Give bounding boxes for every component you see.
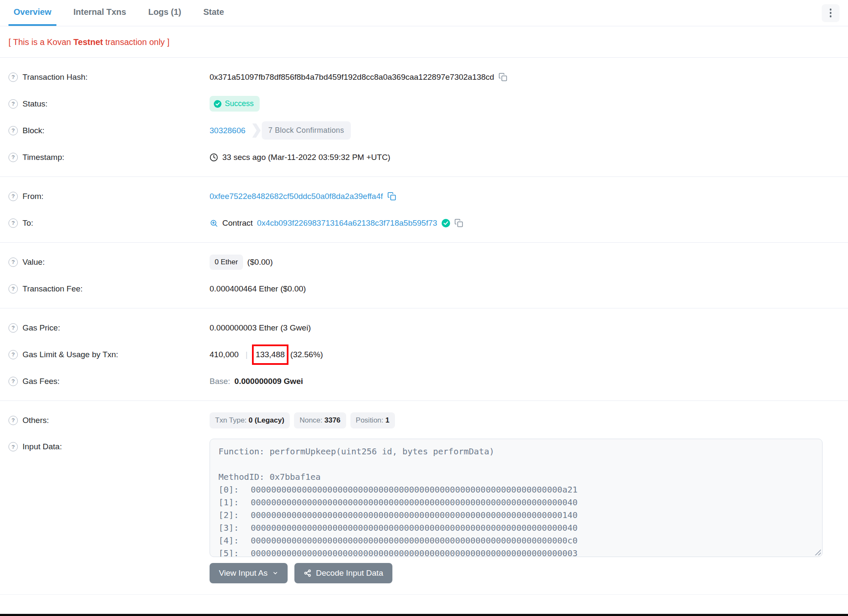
word-hex: 0000000000000000000000000000000000000000… [251,509,578,521]
status-badge: Success [210,96,260,112]
word-hex: 0000000000000000000000000000000000000000… [251,534,578,547]
kebab-menu-button[interactable] [822,4,840,22]
row-transaction-hash: ? Transaction Hash: 0x371a51097fb78df856… [0,64,848,90]
row-status: ? Status: Success [0,90,848,117]
word-index: [0]: [218,483,251,496]
input-word-row: [2]:000000000000000000000000000000000000… [218,509,814,521]
block-label-col: ? Block: [8,126,210,135]
value-usd: ($0.00) [247,258,273,267]
gas-limit-separator: | [243,350,250,359]
input-word-row: [1]:000000000000000000000000000000000000… [218,496,814,509]
block-number-link[interactable]: 30328606 [210,126,246,135]
section-value-fee: ? Value: 0 Ether ($0.00) ? Transaction F… [0,243,848,308]
input-data-label: Input Data: [22,442,62,451]
decode-input-data-button[interactable]: Decode Input Data [294,563,392,583]
transaction-fee-value: 0.000400464 Ether ($0.00) [210,284,306,294]
row-value: ? Value: 0 Ether ($0.00) [0,249,848,275]
input-methodid-line: MethodID: 0x7bbaf1ea [218,470,814,483]
gas-price-label: Gas Price: [22,323,60,333]
row-gas-fees: ? Gas Fees: Base: 0.000000009 Gwei [0,368,848,395]
magnifier-plus-icon[interactable] [210,219,218,227]
testnet-notice: [ This is a Kovan Testnet transaction on… [0,26,848,58]
section-from-to: ? From: 0xfee7522e8482682cf50ddc50a0f8da… [0,177,848,243]
status-label: Status: [22,99,48,109]
input-word-row: [5]:000000000000000000000000000000000000… [218,547,814,557]
confirmations-arrow [252,123,261,138]
help-icon[interactable]: ? [8,416,18,425]
view-input-as-label: View Input As [219,568,268,578]
nonce-label: Nonce: [299,416,325,424]
gas-fees-label-col: ? Gas Fees: [8,377,210,386]
input-word-row: [0]:000000000000000000000000000000000000… [218,483,814,496]
tab-logs[interactable]: Logs (1) [143,0,186,26]
check-circle-icon [214,100,221,108]
view-input-as-button[interactable]: View Input As [210,563,288,583]
help-icon[interactable]: ? [8,284,18,294]
txn-type-chip: Txn Type: 0 (Legacy) [210,412,290,428]
tab-bar: Overview Internal Txns Logs (1) State [0,0,848,26]
word-index: [2]: [218,509,251,521]
word-hex: 0000000000000000000000000000000000000000… [251,521,578,534]
value-ether-chip: 0 Ether [210,255,243,270]
help-icon[interactable]: ? [8,323,18,333]
section-gas: ? Gas Price: 0.000000003 Ether (3 Gwei) … [0,308,848,401]
help-icon[interactable]: ? [8,99,18,109]
others-label: Others: [22,416,49,425]
transaction-hash-value: 0x371a51097fb78df856f8b4a7bd459f192d8cc8… [210,73,494,82]
word-hex: 0000000000000000000000000000000000000000… [251,496,578,509]
txn-type-label: Txn Type: [215,416,249,424]
input-function-line: Function: performUpkeep(uint256 id, byte… [218,445,814,458]
to-label: To: [22,218,33,228]
row-transaction-fee: ? Transaction Fee: 0.000400464 Ether ($0… [0,275,848,302]
nonce-value: 3376 [325,416,341,424]
position-chip: Position: 1 [350,412,395,428]
input-word-row: [3]:000000000000000000000000000000000000… [218,521,814,534]
notice-suffix: transaction only ] [103,37,170,47]
gas-limit-value: 410,000 [210,350,239,359]
section-overview-top: ? Transaction Hash: 0x371a51097fb78df856… [0,58,848,177]
others-label-col: ? Others: [8,416,210,425]
row-timestamp: ? Timestamp: 33 secs ago (Mar-11-2022 03… [0,144,848,171]
word-index: [5]: [218,547,251,557]
help-icon[interactable]: ? [8,218,18,228]
to-address-link[interactable]: 0x4cb093f226983713164a62138c3f718a5b595f… [257,218,437,228]
chevron-down-icon [272,570,278,576]
copy-icon[interactable] [454,218,463,227]
word-index: [3]: [218,521,251,534]
help-icon[interactable]: ? [8,73,18,82]
help-icon[interactable]: ? [8,192,18,201]
transaction-hash-label-col: ? Transaction Hash: [8,73,210,82]
to-label-col: ? To: [8,218,210,228]
copy-icon[interactable] [498,73,507,81]
gas-price-value: 0.000000003 Ether (3 Gwei) [210,323,311,333]
gas-limit-label-col: ? Gas Limit & Usage by Txn: [8,350,210,359]
copy-icon[interactable] [387,192,396,201]
input-data-label-col: ? Input Data: [8,437,210,451]
input-data-textarea[interactable]: Function: performUpkeep(uint256 id, byte… [210,439,823,557]
tab-state[interactable]: State [198,0,229,26]
help-icon[interactable]: ? [8,377,18,386]
help-icon[interactable]: ? [8,350,18,359]
screen-bottom-edge [0,614,848,616]
word-index: [1]: [218,496,251,509]
notice-bold: Testnet [73,37,103,47]
help-icon[interactable]: ? [8,126,18,135]
input-blank-line [218,458,814,470]
position-value: 1 [386,416,389,424]
help-icon[interactable]: ? [8,442,18,451]
row-others: ? Others: Txn Type: 0 (Legacy) Nonce: 33… [0,407,848,434]
gas-fees-base-value: 0.000000009 Gwei [235,377,303,386]
status-value: Success [225,99,254,108]
tab-overview[interactable]: Overview [8,0,56,26]
gas-fees-label: Gas Fees: [22,377,60,386]
gas-price-label-col: ? Gas Price: [8,323,210,333]
verified-check-icon [442,219,450,227]
help-icon[interactable]: ? [8,153,18,162]
gas-used-value-highlighted: 133,488 [255,350,286,359]
gas-used-percent: (32.56%) [290,350,323,359]
textarea-resize-handle[interactable] [814,549,821,555]
tab-internal-txns[interactable]: Internal Txns [68,0,131,26]
from-address-link[interactable]: 0xfee7522e8482682cf50ddc50a0f8da2a39effa… [210,192,383,201]
help-icon[interactable]: ? [8,258,18,267]
to-contract-prefix: Contract [222,218,253,228]
